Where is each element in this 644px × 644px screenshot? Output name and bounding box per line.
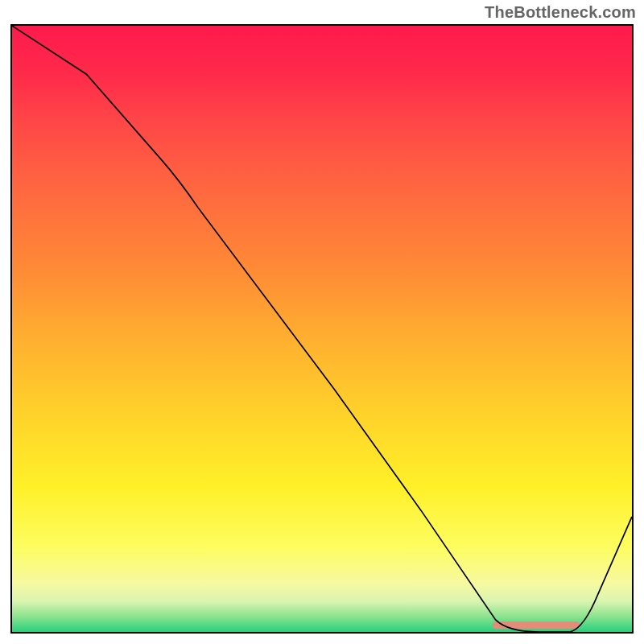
- watermark-label: TheBottleneck.com: [485, 3, 636, 22]
- trough-marker-bar: [493, 621, 580, 629]
- plot-area: [10, 24, 634, 634]
- curve-layer: [12, 26, 632, 632]
- chart-container: TheBottleneck.com: [0, 0, 644, 644]
- bottleneck-curve: [12, 26, 632, 632]
